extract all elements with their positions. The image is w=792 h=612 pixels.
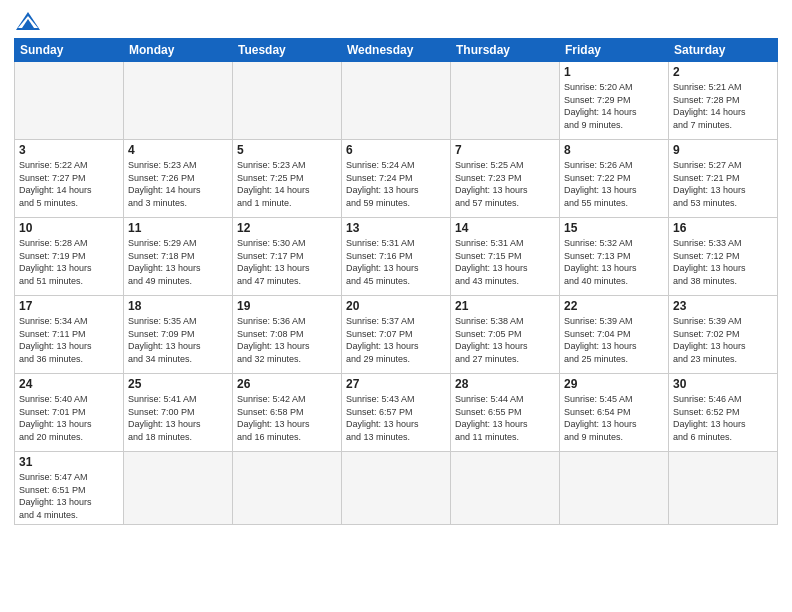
calendar-cell: 24Sunrise: 5:40 AM Sunset: 7:01 PM Dayli…	[15, 374, 124, 452]
day-number: 28	[455, 377, 555, 391]
day-info: Sunrise: 5:46 AM Sunset: 6:52 PM Dayligh…	[673, 393, 773, 443]
logo-icon	[14, 10, 42, 32]
calendar-cell: 14Sunrise: 5:31 AM Sunset: 7:15 PM Dayli…	[451, 218, 560, 296]
day-info: Sunrise: 5:39 AM Sunset: 7:02 PM Dayligh…	[673, 315, 773, 365]
day-info: Sunrise: 5:25 AM Sunset: 7:23 PM Dayligh…	[455, 159, 555, 209]
day-number: 10	[19, 221, 119, 235]
day-info: Sunrise: 5:21 AM Sunset: 7:28 PM Dayligh…	[673, 81, 773, 131]
header	[14, 10, 778, 32]
day-info: Sunrise: 5:37 AM Sunset: 7:07 PM Dayligh…	[346, 315, 446, 365]
calendar-cell: 4Sunrise: 5:23 AM Sunset: 7:26 PM Daylig…	[124, 140, 233, 218]
day-info: Sunrise: 5:36 AM Sunset: 7:08 PM Dayligh…	[237, 315, 337, 365]
day-number: 20	[346, 299, 446, 313]
day-number: 22	[564, 299, 664, 313]
calendar-cell	[669, 452, 778, 525]
weekday-header-friday: Friday	[560, 39, 669, 62]
calendar-cell: 15Sunrise: 5:32 AM Sunset: 7:13 PM Dayli…	[560, 218, 669, 296]
calendar-cell: 3Sunrise: 5:22 AM Sunset: 7:27 PM Daylig…	[15, 140, 124, 218]
day-number: 11	[128, 221, 228, 235]
day-info: Sunrise: 5:24 AM Sunset: 7:24 PM Dayligh…	[346, 159, 446, 209]
calendar-cell: 26Sunrise: 5:42 AM Sunset: 6:58 PM Dayli…	[233, 374, 342, 452]
day-info: Sunrise: 5:22 AM Sunset: 7:27 PM Dayligh…	[19, 159, 119, 209]
day-number: 16	[673, 221, 773, 235]
calendar-cell	[15, 62, 124, 140]
week-row-0: 1Sunrise: 5:20 AM Sunset: 7:29 PM Daylig…	[15, 62, 778, 140]
weekday-header-thursday: Thursday	[451, 39, 560, 62]
day-info: Sunrise: 5:39 AM Sunset: 7:04 PM Dayligh…	[564, 315, 664, 365]
day-number: 12	[237, 221, 337, 235]
day-info: Sunrise: 5:33 AM Sunset: 7:12 PM Dayligh…	[673, 237, 773, 287]
calendar-cell	[342, 62, 451, 140]
calendar-cell: 20Sunrise: 5:37 AM Sunset: 7:07 PM Dayli…	[342, 296, 451, 374]
week-row-2: 10Sunrise: 5:28 AM Sunset: 7:19 PM Dayli…	[15, 218, 778, 296]
day-number: 30	[673, 377, 773, 391]
week-row-3: 17Sunrise: 5:34 AM Sunset: 7:11 PM Dayli…	[15, 296, 778, 374]
day-info: Sunrise: 5:23 AM Sunset: 7:26 PM Dayligh…	[128, 159, 228, 209]
day-number: 5	[237, 143, 337, 157]
day-info: Sunrise: 5:42 AM Sunset: 6:58 PM Dayligh…	[237, 393, 337, 443]
calendar-cell: 23Sunrise: 5:39 AM Sunset: 7:02 PM Dayli…	[669, 296, 778, 374]
calendar-cell: 2Sunrise: 5:21 AM Sunset: 7:28 PM Daylig…	[669, 62, 778, 140]
calendar-cell: 11Sunrise: 5:29 AM Sunset: 7:18 PM Dayli…	[124, 218, 233, 296]
day-number: 23	[673, 299, 773, 313]
day-info: Sunrise: 5:32 AM Sunset: 7:13 PM Dayligh…	[564, 237, 664, 287]
calendar-cell: 18Sunrise: 5:35 AM Sunset: 7:09 PM Dayli…	[124, 296, 233, 374]
calendar-page: SundayMondayTuesdayWednesdayThursdayFrid…	[0, 0, 792, 612]
day-info: Sunrise: 5:43 AM Sunset: 6:57 PM Dayligh…	[346, 393, 446, 443]
calendar-cell: 16Sunrise: 5:33 AM Sunset: 7:12 PM Dayli…	[669, 218, 778, 296]
day-info: Sunrise: 5:40 AM Sunset: 7:01 PM Dayligh…	[19, 393, 119, 443]
day-number: 6	[346, 143, 446, 157]
day-number: 17	[19, 299, 119, 313]
day-number: 1	[564, 65, 664, 79]
day-info: Sunrise: 5:26 AM Sunset: 7:22 PM Dayligh…	[564, 159, 664, 209]
calendar-cell	[233, 62, 342, 140]
weekday-header-sunday: Sunday	[15, 39, 124, 62]
logo	[14, 10, 46, 32]
calendar-cell: 5Sunrise: 5:23 AM Sunset: 7:25 PM Daylig…	[233, 140, 342, 218]
day-number: 2	[673, 65, 773, 79]
calendar-cell	[124, 452, 233, 525]
calendar-cell: 21Sunrise: 5:38 AM Sunset: 7:05 PM Dayli…	[451, 296, 560, 374]
day-info: Sunrise: 5:45 AM Sunset: 6:54 PM Dayligh…	[564, 393, 664, 443]
calendar-cell: 28Sunrise: 5:44 AM Sunset: 6:55 PM Dayli…	[451, 374, 560, 452]
calendar-cell	[342, 452, 451, 525]
day-number: 4	[128, 143, 228, 157]
calendar-cell: 22Sunrise: 5:39 AM Sunset: 7:04 PM Dayli…	[560, 296, 669, 374]
day-number: 29	[564, 377, 664, 391]
day-info: Sunrise: 5:29 AM Sunset: 7:18 PM Dayligh…	[128, 237, 228, 287]
calendar-cell: 17Sunrise: 5:34 AM Sunset: 7:11 PM Dayli…	[15, 296, 124, 374]
weekday-header-tuesday: Tuesday	[233, 39, 342, 62]
calendar-cell: 6Sunrise: 5:24 AM Sunset: 7:24 PM Daylig…	[342, 140, 451, 218]
calendar-cell: 25Sunrise: 5:41 AM Sunset: 7:00 PM Dayli…	[124, 374, 233, 452]
calendar-cell	[124, 62, 233, 140]
weekday-header-saturday: Saturday	[669, 39, 778, 62]
day-info: Sunrise: 5:38 AM Sunset: 7:05 PM Dayligh…	[455, 315, 555, 365]
day-info: Sunrise: 5:44 AM Sunset: 6:55 PM Dayligh…	[455, 393, 555, 443]
week-row-1: 3Sunrise: 5:22 AM Sunset: 7:27 PM Daylig…	[15, 140, 778, 218]
day-number: 19	[237, 299, 337, 313]
day-number: 27	[346, 377, 446, 391]
day-number: 31	[19, 455, 119, 469]
day-number: 13	[346, 221, 446, 235]
day-number: 14	[455, 221, 555, 235]
calendar-cell	[451, 62, 560, 140]
day-number: 7	[455, 143, 555, 157]
calendar-cell: 10Sunrise: 5:28 AM Sunset: 7:19 PM Dayli…	[15, 218, 124, 296]
day-info: Sunrise: 5:28 AM Sunset: 7:19 PM Dayligh…	[19, 237, 119, 287]
calendar-cell	[451, 452, 560, 525]
calendar-cell: 12Sunrise: 5:30 AM Sunset: 7:17 PM Dayli…	[233, 218, 342, 296]
day-info: Sunrise: 5:31 AM Sunset: 7:15 PM Dayligh…	[455, 237, 555, 287]
calendar-cell: 30Sunrise: 5:46 AM Sunset: 6:52 PM Dayli…	[669, 374, 778, 452]
week-row-5: 31Sunrise: 5:47 AM Sunset: 6:51 PM Dayli…	[15, 452, 778, 525]
calendar-cell: 1Sunrise: 5:20 AM Sunset: 7:29 PM Daylig…	[560, 62, 669, 140]
calendar-cell: 19Sunrise: 5:36 AM Sunset: 7:08 PM Dayli…	[233, 296, 342, 374]
calendar-cell: 27Sunrise: 5:43 AM Sunset: 6:57 PM Dayli…	[342, 374, 451, 452]
calendar-cell: 8Sunrise: 5:26 AM Sunset: 7:22 PM Daylig…	[560, 140, 669, 218]
day-info: Sunrise: 5:27 AM Sunset: 7:21 PM Dayligh…	[673, 159, 773, 209]
calendar-cell: 7Sunrise: 5:25 AM Sunset: 7:23 PM Daylig…	[451, 140, 560, 218]
day-info: Sunrise: 5:47 AM Sunset: 6:51 PM Dayligh…	[19, 471, 119, 521]
day-info: Sunrise: 5:30 AM Sunset: 7:17 PM Dayligh…	[237, 237, 337, 287]
day-info: Sunrise: 5:20 AM Sunset: 7:29 PM Dayligh…	[564, 81, 664, 131]
day-number: 9	[673, 143, 773, 157]
day-number: 26	[237, 377, 337, 391]
